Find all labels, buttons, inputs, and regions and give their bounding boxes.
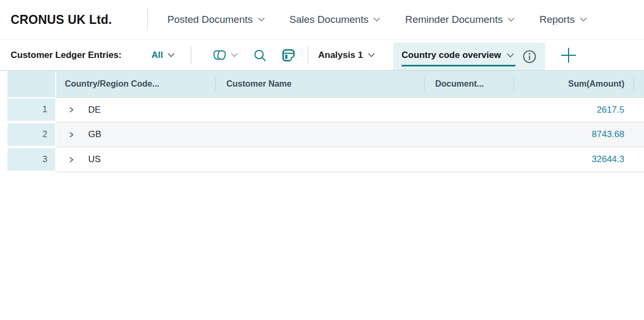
row-content: GB 8743.68 xyxy=(56,122,644,147)
country-code-value: US xyxy=(88,154,101,165)
chevron-right-icon xyxy=(68,131,75,138)
row-left-pad xyxy=(0,147,7,172)
analysis-toolbar: Customer Ledger Entries: All Analysis 1 xyxy=(0,40,644,71)
header-sum-amount[interactable]: Sum(Amount) xyxy=(514,71,633,97)
info-button[interactable] xyxy=(522,49,537,64)
toolbar-divider xyxy=(308,47,308,64)
analysis-mode-icon xyxy=(282,48,295,62)
header-document[interactable]: Document... xyxy=(425,71,514,97)
nav-menu-sales-documents[interactable]: Sales Documents xyxy=(290,14,381,26)
filter-all-label: All xyxy=(151,50,163,61)
company-name: CRONUS UK Ltd. xyxy=(11,13,147,27)
nav-menu-reports[interactable]: Reports xyxy=(539,14,587,26)
new-analysis-tab-button[interactable] xyxy=(560,47,577,64)
analysis-mode-button[interactable] xyxy=(282,48,295,62)
header-customer-name[interactable]: Customer Name xyxy=(216,71,424,97)
analysis-grid: Country/Region Code... Customer Name Doc… xyxy=(0,71,644,172)
sum-amount-cell: 8743.68 xyxy=(514,129,633,140)
tab-label: Country code overview xyxy=(402,50,501,61)
row-content: DE 2617.5 xyxy=(56,97,644,122)
chevron-down-icon xyxy=(373,17,380,22)
expand-row-button[interactable] xyxy=(68,106,75,113)
amount-link[interactable]: 8743.68 xyxy=(592,129,624,139)
search-button[interactable] xyxy=(253,48,267,62)
country-code-cell: DE xyxy=(56,105,215,115)
row-left-pad xyxy=(0,97,7,122)
tab-country-code-overview[interactable]: Country code overview xyxy=(393,43,545,70)
table-row: 1 DE 2617.5 xyxy=(0,97,644,122)
row-left-pad xyxy=(0,122,7,147)
chevron-right-icon xyxy=(68,106,75,113)
active-tab-label-wrap: Country code overview xyxy=(402,46,515,66)
chevron-down-icon xyxy=(258,17,265,22)
grid-header-row: Country/Region Code... Customer Name Doc… xyxy=(7,71,644,97)
country-code-cell: US xyxy=(56,154,215,165)
row-number-cell[interactable]: 1 xyxy=(7,98,55,121)
expand-row-button[interactable] xyxy=(68,156,75,163)
row-number-cell[interactable]: 3 xyxy=(7,148,55,171)
header-country-region-code[interactable]: Country/Region Code... xyxy=(56,71,215,97)
nav-menu-label: Reminder Documents xyxy=(405,14,503,26)
table-row: 2 GB 8743.68 xyxy=(0,122,644,147)
chevron-down-icon xyxy=(580,17,587,22)
sum-amount-cell: 2617.5 xyxy=(514,105,633,115)
nav-menus: Posted Documents Sales Documents Reminde… xyxy=(167,14,644,26)
tab-analysis-1[interactable]: Analysis 1 xyxy=(318,50,375,61)
chevron-down-icon xyxy=(507,17,515,22)
top-nav: CRONUS UK Ltd. Posted Documents Sales Do… xyxy=(0,0,644,40)
header-filler xyxy=(634,71,644,97)
nav-menu-label: Sales Documents xyxy=(290,14,369,26)
sum-amount-cell: 32644.3 xyxy=(514,154,633,165)
page-title: Customer Ledger Entries: xyxy=(11,50,147,61)
amount-link[interactable]: 2617.5 xyxy=(597,105,624,115)
row-content: US 32644.3 xyxy=(56,147,644,172)
nav-menu-posted-documents[interactable]: Posted Documents xyxy=(167,14,265,26)
filter-all-dropdown[interactable]: All xyxy=(151,50,175,61)
plus-icon xyxy=(560,47,577,64)
table-row: 3 US 32644.3 xyxy=(0,147,644,172)
nav-menu-label: Reports xyxy=(539,14,575,26)
nav-menu-reminder-documents[interactable]: Reminder Documents xyxy=(405,14,515,26)
search-icon xyxy=(253,48,267,62)
country-code-cell: GB xyxy=(56,129,215,140)
chevron-down-icon xyxy=(231,53,238,58)
info-icon xyxy=(522,49,537,64)
toolbar-divider xyxy=(191,47,191,64)
row-number-cell[interactable]: 2 xyxy=(7,123,55,146)
country-code-value: DE xyxy=(88,105,101,115)
copilot-icon xyxy=(211,48,227,62)
copilot-button[interactable] xyxy=(211,48,238,62)
chevron-down-icon xyxy=(368,53,375,58)
expand-row-button[interactable] xyxy=(68,131,75,138)
chevron-down-icon xyxy=(506,53,514,58)
header-row-number xyxy=(7,71,55,97)
amount-link[interactable]: 32644.3 xyxy=(592,154,624,164)
chevron-right-icon xyxy=(68,156,75,163)
nav-menu-label: Posted Documents xyxy=(167,14,253,26)
tab-label: Analysis 1 xyxy=(318,50,363,61)
country-code-value: GB xyxy=(88,129,101,140)
chevron-down-icon xyxy=(167,53,175,58)
nav-divider xyxy=(147,9,148,30)
